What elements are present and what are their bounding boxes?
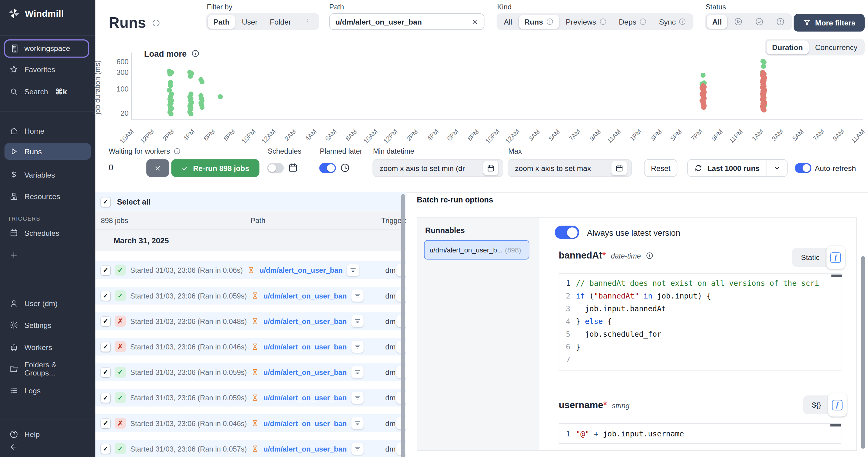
- row-checkbox[interactable]: ✓: [101, 265, 110, 275]
- sidebar-item-user-dm-[interactable]: User (dm): [4, 295, 91, 312]
- scatter-point-success[interactable]: [701, 73, 705, 78]
- table-row[interactable]: ✓✗Started 31/03, 23:06 (Ran in 0.046s)u/…: [95, 338, 406, 356]
- javascript-mode-button[interactable]: f: [828, 393, 846, 417]
- sidebar-item-favorites[interactable]: Favorites: [4, 61, 91, 78]
- row-filter-button[interactable]: [351, 442, 364, 455]
- static-mode-button[interactable]: Static: [795, 253, 827, 261]
- sidebar-item-logs[interactable]: Logs: [4, 382, 91, 399]
- min-datetime-input[interactable]: zoom x axis to set min (dr: [373, 159, 503, 177]
- table-row[interactable]: ✓✓Started 31/03, 23:06 (Ran in 0.059s)u/…: [95, 363, 406, 381]
- row-checkbox[interactable]: ✓: [101, 444, 110, 453]
- collapse-sidebar-button[interactable]: [4, 440, 91, 454]
- select-all-checkbox[interactable]: ✓: [101, 197, 110, 207]
- sidebar-item-resources[interactable]: Resources: [4, 188, 91, 205]
- status-play-circle-icon[interactable]: [728, 15, 748, 28]
- runnable-item[interactable]: u/dm/alert_on_user_b... (898): [424, 240, 529, 259]
- row-checkbox[interactable]: ✓: [101, 393, 110, 402]
- range-chevron-button[interactable]: [767, 159, 787, 177]
- rerun-jobs-button[interactable]: Re-run 898 jobs: [172, 159, 259, 177]
- workspace-switcher[interactable]: workingspace: [4, 39, 89, 58]
- info-icon[interactable]: [152, 19, 160, 27]
- sidebar-add-trigger-button[interactable]: [4, 247, 91, 263]
- clear-path-icon[interactable]: [471, 18, 478, 25]
- row-path-link[interactable]: u/dm/alert_on_user_ban: [264, 342, 347, 351]
- more-filters-button[interactable]: More filters: [794, 14, 865, 32]
- sidebar-item-search[interactable]: Search⌘k: [4, 83, 91, 100]
- sidebar-item-runs[interactable]: Runs: [4, 143, 91, 160]
- row-path-link[interactable]: u/dm/alert_on_user_ban: [259, 266, 343, 274]
- auto-refresh-toggle[interactable]: [795, 163, 811, 173]
- editor-scroll-indicator[interactable]: [831, 275, 842, 277]
- select-all-row[interactable]: ✓ Select all: [95, 193, 406, 211]
- row-checkbox[interactable]: ✓: [101, 419, 110, 428]
- username-code-editor[interactable]: 1"@" + job.input.username: [559, 423, 841, 444]
- scatter-point-success[interactable]: [188, 73, 193, 78]
- scatter-point-failure[interactable]: [701, 105, 706, 110]
- scatter-point-success[interactable]: [168, 83, 173, 88]
- calendar-icon[interactable]: [288, 163, 298, 173]
- calendar-icon[interactable]: [612, 161, 627, 175]
- table-row[interactable]: ✓✓Started 31/03, 23:06 (Ran in 0.06s)u/d…: [95, 261, 406, 279]
- kind-deps[interactable]: Deps: [613, 15, 652, 28]
- status-all[interactable]: All: [707, 15, 727, 28]
- javascript-mode-button[interactable]: f: [826, 246, 845, 269]
- row-checkbox[interactable]: ✓: [101, 316, 110, 326]
- clock-icon[interactable]: [340, 163, 350, 173]
- kind-sync[interactable]: Sync: [654, 15, 692, 28]
- row-filter-button[interactable]: [347, 264, 359, 276]
- row-checkbox[interactable]: ✓: [101, 291, 110, 300]
- table-row[interactable]: ✓✗Started 31/03, 23:06 (Ran in 0.046s)u/…: [95, 414, 406, 432]
- row-path-link[interactable]: u/dm/alert_on_user_ban: [264, 291, 347, 300]
- row-path-link[interactable]: u/dm/alert_on_user_ban: [264, 393, 347, 402]
- chart-tab-duration[interactable]: Duration: [767, 40, 808, 54]
- row-filter-button[interactable]: [351, 341, 364, 353]
- planned-later-toggle[interactable]: [319, 163, 336, 173]
- filter-by-path[interactable]: Path: [208, 15, 235, 28]
- sidebar-item-settings[interactable]: Settings: [4, 317, 91, 333]
- filter-by-kebab-icon[interactable]: [298, 15, 318, 28]
- max-datetime-input[interactable]: zoom x axis to set max: [507, 159, 632, 177]
- row-path-link[interactable]: u/dm/alert_on_user_ban: [264, 317, 347, 325]
- chart-tab-concurrency[interactable]: Concurrency: [810, 40, 863, 54]
- scatter-point-failure[interactable]: [762, 108, 767, 113]
- table-row[interactable]: ✓✓Started 31/03, 23:06 (Ran in 0.059s)u/…: [95, 389, 406, 407]
- path-filter-input[interactable]: u/dm/alert_on_user_ban: [329, 13, 484, 30]
- row-filter-button[interactable]: [351, 366, 364, 378]
- row-checkbox[interactable]: ✓: [101, 342, 110, 351]
- kind-previews[interactable]: Previews: [560, 15, 612, 28]
- scatter-point-success[interactable]: [167, 72, 172, 77]
- row-path-link[interactable]: u/dm/alert_on_user_ban: [264, 445, 347, 453]
- sidebar-item-folders-groups-[interactable]: Folders & Groups...: [4, 361, 91, 377]
- bannedat-code-editor[interactable]: 1// bannedAt does not exist on all versi…: [559, 273, 841, 371]
- row-filter-button[interactable]: [351, 289, 364, 302]
- reset-button[interactable]: Reset: [644, 159, 678, 177]
- sidebar-item-workers[interactable]: Workers: [4, 339, 91, 355]
- scatter-point-success[interactable]: [168, 111, 173, 116]
- row-path-link[interactable]: u/dm/alert_on_user_ban: [264, 368, 347, 376]
- calendar-icon[interactable]: [483, 161, 498, 175]
- row-filter-button[interactable]: [351, 417, 364, 429]
- table-row[interactable]: ✓✓Started 31/03, 23:06 (Ran in 0.059s)u/…: [95, 287, 406, 305]
- runs-range-dropdown[interactable]: Last 1000 runs: [687, 159, 787, 177]
- row-checkbox[interactable]: ✓: [101, 367, 110, 377]
- status-check-circle-icon[interactable]: [750, 15, 770, 28]
- editor-scroll-indicator[interactable]: [830, 424, 841, 426]
- table-scrollbar[interactable]: [401, 194, 405, 457]
- table-row[interactable]: ✓✓Started 31/03, 23:06 (Ran in 0.057s)u/…: [95, 440, 406, 457]
- row-path-link[interactable]: u/dm/alert_on_user_ban: [264, 419, 347, 427]
- panel-scrollbar[interactable]: [861, 256, 865, 449]
- duration-scatter-plot[interactable]: [131, 53, 863, 120]
- sidebar-item-schedules[interactable]: Schedules: [4, 225, 91, 241]
- scatter-point-success[interactable]: [199, 105, 204, 109]
- clear-selection-button[interactable]: [146, 159, 169, 177]
- kind-runs[interactable]: Runs: [519, 15, 559, 28]
- scatter-point-success[interactable]: [188, 111, 193, 116]
- scatter-point-success[interactable]: [761, 64, 766, 68]
- status-alert-circle-icon[interactable]: [771, 15, 790, 28]
- scatter-point-success[interactable]: [218, 94, 223, 99]
- filter-by-user[interactable]: User: [236, 15, 263, 28]
- sidebar-item-home[interactable]: Home: [4, 122, 91, 139]
- schedules-toggle[interactable]: [267, 163, 284, 173]
- kind-all[interactable]: All: [498, 15, 518, 28]
- row-filter-button[interactable]: [351, 392, 364, 404]
